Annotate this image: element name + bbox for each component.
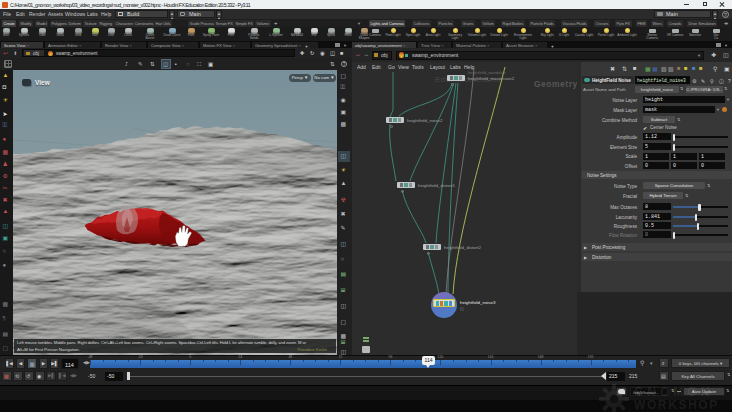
svg-text:GNOMON: GNOMON [634, 385, 713, 399]
svg-text:WORKSHOP: WORKSHOP [634, 398, 719, 412]
